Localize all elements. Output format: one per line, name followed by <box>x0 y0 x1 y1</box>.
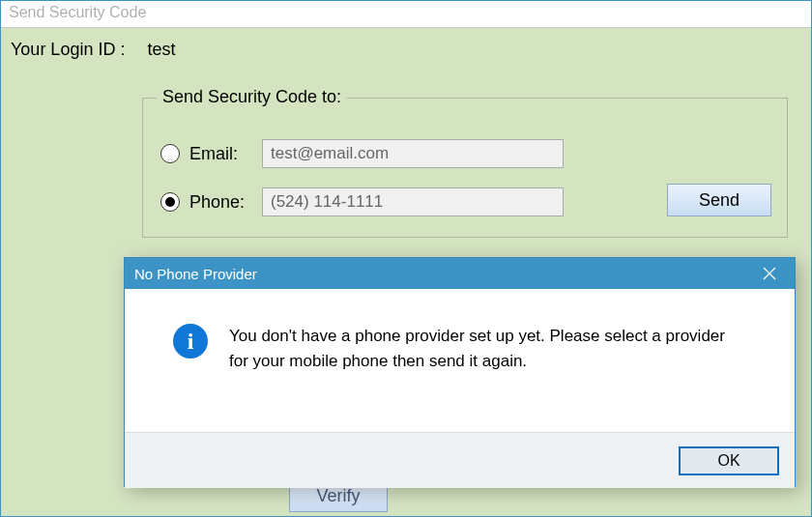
dialog-titlebar: No Phone Provider <box>125 258 795 289</box>
email-field[interactable] <box>262 139 564 168</box>
login-id-value: test <box>147 40 175 59</box>
info-icon: i <box>173 324 208 359</box>
dialog-close-button[interactable] <box>750 261 789 286</box>
phone-radio[interactable] <box>160 192 180 212</box>
send-security-code-window: Send Security Code Your Login ID : test … <box>0 0 812 517</box>
send-button[interactable]: Send <box>667 184 771 216</box>
window-titlebar: Send Security Code <box>1 1 811 28</box>
dialog-footer: OK <box>125 432 795 488</box>
close-icon <box>763 267 776 280</box>
email-option-row: Email: <box>160 139 564 168</box>
no-phone-provider-dialog: No Phone Provider i You don't have a pho… <box>124 257 796 487</box>
dialog-message: You don't have a phone provider set up y… <box>229 318 732 373</box>
phone-option-label: Phone: <box>189 192 252 213</box>
radio-selected-dot-icon <box>165 197 175 207</box>
send-to-groupbox: Send Security Code to: Email: Phone: Sen… <box>142 98 788 238</box>
dialog-title: No Phone Provider <box>134 266 257 282</box>
email-radio[interactable] <box>160 144 180 163</box>
groupbox-legend: Send Security Code to: <box>157 87 347 107</box>
window-title: Send Security Code <box>9 4 146 20</box>
login-id-label: Your Login ID : <box>11 40 125 59</box>
dialog-body: i You don't have a phone provider set up… <box>125 289 795 432</box>
login-id-row: Your Login ID : test <box>1 28 811 60</box>
email-option-label: Email: <box>189 144 252 164</box>
phone-option-row: Phone: <box>160 187 564 216</box>
phone-field[interactable] <box>262 187 564 216</box>
ok-button[interactable]: OK <box>679 446 779 475</box>
